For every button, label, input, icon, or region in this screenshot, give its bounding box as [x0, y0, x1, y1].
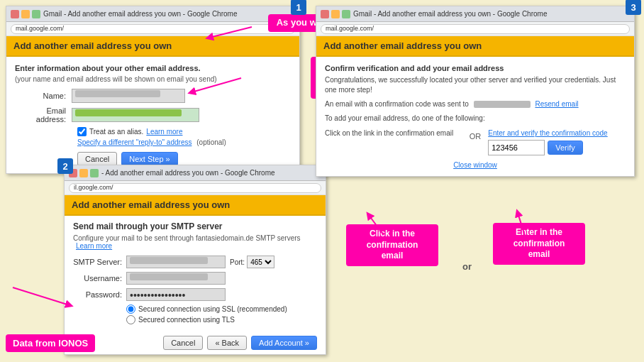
verify-row: Verify: [488, 140, 626, 155]
smtp-server-row: SMTP Server: Port: 465 587: [73, 256, 317, 268]
chrome-controls-3: [321, 10, 350, 18]
callout-click: Click in the confirmation email: [346, 224, 438, 266]
chrome-titlebar-2: - Add another email address you own - Go…: [65, 165, 326, 181]
click-link-label: Click on the link in the confirmation em…: [325, 129, 453, 137]
section-title-1: Enter information about your other email…: [15, 64, 291, 72]
close-btn-1[interactable]: [11, 10, 19, 18]
click-link-area: Click on the link in the confirmation em…: [325, 129, 462, 137]
ssl-label: Secured connection using SSL (recommende…: [138, 305, 287, 313]
tls-radio[interactable]: [126, 315, 135, 324]
min-btn-1[interactable]: [21, 10, 30, 18]
max-btn-2[interactable]: [90, 169, 99, 177]
min-btn-2[interactable]: [79, 169, 88, 177]
reply-to-link[interactable]: Specify a different "reply-to" address: [77, 138, 191, 146]
add-text: To add your email address, do one of the…: [325, 114, 626, 124]
password-input[interactable]: ••••••••••••••••: [126, 288, 226, 301]
smtp-title: Send mail through your SMTP server: [73, 221, 317, 231]
learn-more-link-2[interactable]: Learn more: [76, 242, 112, 250]
alias-row: Treat as an alias. Learn more: [77, 127, 291, 136]
name-input[interactable]: [72, 89, 185, 103]
verify-section: Click on the link in the confirmation em…: [325, 129, 626, 155]
email-label: Email address:: [15, 106, 72, 124]
panel2-buttons: Cancel « Back Add Account »: [65, 331, 326, 354]
chrome-titlebar-1: Gmail - Add another email address you ow…: [6, 6, 299, 22]
tls-radio-row: Secured connection using TLS: [126, 315, 317, 324]
username-row: Username:: [73, 272, 317, 285]
panel1-content: Enter information about your other email…: [6, 57, 299, 173]
address-input-3[interactable]: mail.google.com/: [321, 24, 630, 34]
chrome-controls-2: [69, 169, 99, 177]
max-btn-1[interactable]: [32, 10, 40, 18]
ssl-radio[interactable]: [126, 305, 135, 314]
max-btn-3[interactable]: [342, 10, 350, 18]
gmail-header-2: Add another email address you own: [65, 195, 326, 216]
cancel-button-2[interactable]: Cancel: [163, 336, 203, 350]
close-window-link[interactable]: Close window: [325, 161, 626, 169]
chrome-title-3: Gmail - Add another email address you ow…: [353, 10, 630, 18]
min-btn-3[interactable]: [331, 10, 340, 18]
address-bar-3: mail.google.com/: [316, 22, 634, 36]
badge-1: 1: [291, 0, 306, 15]
smtp-server-input[interactable]: [126, 256, 226, 268]
alias-checkbox[interactable]: [77, 127, 87, 136]
name-label: Name:: [15, 92, 72, 100]
address-bar-2: il.google.com/: [65, 181, 326, 195]
password-label: Password:: [73, 290, 126, 299]
or-label: OR: [470, 129, 482, 141]
email-input[interactable]: [72, 108, 199, 122]
chrome-controls-1: [11, 10, 40, 18]
port-select[interactable]: 465 587: [247, 256, 274, 268]
address-input-1[interactable]: mail.google.com/: [11, 24, 295, 34]
next-step-button[interactable]: Next Step »: [121, 152, 177, 166]
panel1-window: 1 Gmail - Add another email address you …: [6, 6, 300, 174]
username-input[interactable]: [126, 272, 226, 285]
confirm-title: Confirm verification and add your email …: [325, 64, 626, 72]
callout-enter: Enter in the confirmation email: [493, 223, 585, 265]
back-button[interactable]: « Back: [207, 336, 247, 350]
port-label: Port:: [230, 258, 245, 266]
learn-more-link-1[interactable]: Learn more: [146, 128, 182, 136]
reply-to-suffix: (optional): [196, 138, 226, 146]
callout-or-label: or: [462, 261, 472, 272]
email-text: An email with a confirmation code was se…: [325, 99, 626, 109]
smtp-port-group: Port: 465 587: [230, 256, 274, 268]
svg-line-2: [13, 287, 70, 305]
address-input-2[interactable]: il.google.com/: [69, 183, 321, 193]
username-label: Username:: [73, 274, 126, 283]
password-row: Password: ••••••••••••••••: [73, 288, 317, 301]
smtp-server-label: SMTP Server:: [73, 258, 126, 266]
resend-link[interactable]: Resend email: [535, 100, 578, 108]
chrome-titlebar-3: Gmail - Add another email address you ow…: [316, 6, 634, 22]
alias-label: Treat as an alias.: [89, 128, 143, 136]
enter-label: Enter and verify the confirmation code: [488, 129, 626, 137]
close-btn-3[interactable]: [321, 10, 329, 18]
chrome-title-1: Gmail - Add another email address you ow…: [43, 10, 295, 18]
enter-verify-area: Enter and verify the confirmation code V…: [488, 129, 626, 155]
verify-input[interactable]: [488, 140, 545, 155]
panel3-content: Confirm verification and add your email …: [316, 57, 634, 176]
ionos-callout: Data from IONOS: [6, 334, 95, 352]
tls-label: Secured connection using TLS: [138, 316, 235, 324]
gmail-header-3: Add another email address you own: [316, 36, 634, 57]
congrats-text: Congratulations, we successfully located…: [325, 75, 626, 95]
panel2-window: 2 - Add another email address you own - …: [64, 165, 326, 355]
section-subtitle-1: (your name and email address will be sho…: [15, 75, 291, 83]
cancel-button-1[interactable]: Cancel: [77, 152, 117, 166]
gmail-header-1: Add another email address you own: [6, 36, 299, 57]
verify-button[interactable]: Verify: [548, 141, 583, 155]
panel1-buttons: Cancel Next Step »: [77, 152, 291, 166]
panel3-window: 3 Gmail - Add another email address you …: [316, 6, 635, 177]
add-account-button[interactable]: Add Account »: [251, 336, 317, 350]
chrome-title-2: - Add another email address you own - Go…: [101, 169, 321, 177]
smtp-section: Send mail through your SMTP server Confi…: [65, 216, 326, 331]
name-row: Name:: [15, 89, 291, 103]
smtp-subtitle: Configure your mail to be sent through f…: [73, 234, 317, 250]
connection-radio-group: Secured connection using SSL (recommende…: [126, 305, 317, 324]
email-row: Email address:: [15, 106, 291, 124]
ssl-radio-row: Secured connection using SSL (recommende…: [126, 305, 317, 314]
address-bar-1: mail.google.com/: [6, 22, 299, 36]
badge-2: 2: [57, 158, 73, 174]
badge-3: 3: [626, 0, 641, 15]
